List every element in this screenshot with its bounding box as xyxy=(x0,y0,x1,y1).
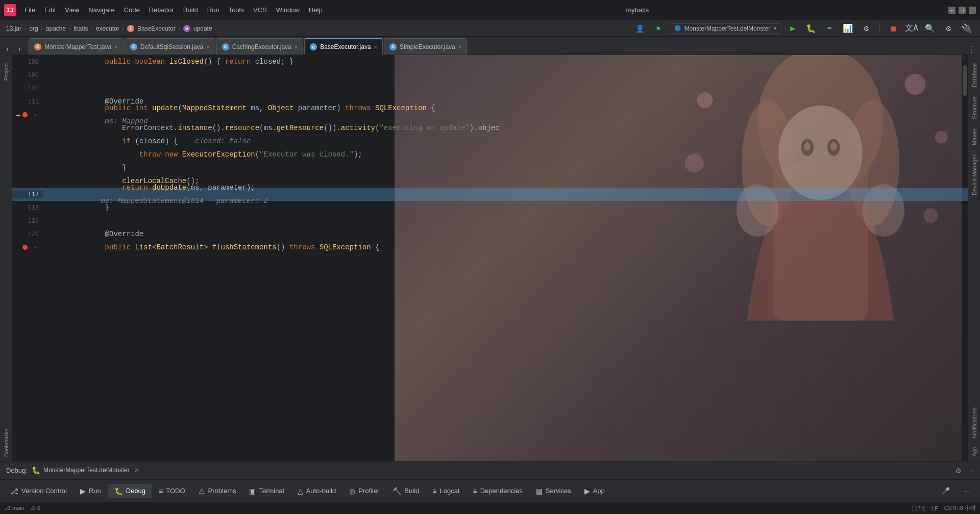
breadcrumb-baseexecutor[interactable]: BaseExecutor xyxy=(137,25,176,32)
menu-build[interactable]: Build xyxy=(179,4,202,16)
fold-121[interactable]: ▾ xyxy=(32,244,39,251)
run-button[interactable]: ▶ xyxy=(786,21,800,36)
tab-overflow-button[interactable]: ⋮ xyxy=(963,44,980,55)
bottom-tab-todo-label: TODO xyxy=(166,487,185,495)
menu-code[interactable]: Code xyxy=(120,4,144,16)
menu-refactor[interactable]: Refactor xyxy=(145,4,178,16)
breakpoint-121[interactable] xyxy=(22,245,28,250)
minimize-button[interactable]: — xyxy=(948,7,955,14)
bottom-more-button[interactable]: ··· xyxy=(958,484,976,498)
tab-icon-3: C xyxy=(310,43,317,50)
bottom-tab-version-control[interactable]: ⎇ Version Control xyxy=(4,484,73,498)
tab-defaultsqlsession[interactable]: C DefaultSqlSession.java × xyxy=(125,38,215,55)
run-icon: ▶ xyxy=(80,487,86,495)
tab-close-2[interactable]: × xyxy=(295,44,298,50)
debug-run-button[interactable]: 🐛 xyxy=(804,21,818,36)
bottom-tab-debug[interactable]: 🐛 Debug xyxy=(108,484,152,498)
bottom-tab-todo[interactable]: ≡ TODO xyxy=(153,484,191,498)
tab-monstermapertest[interactable]: C MonsterMapperTest.java × xyxy=(29,38,124,55)
right-tab-device-manager[interactable]: Device Manager xyxy=(969,150,979,199)
close-button[interactable]: ✕ xyxy=(969,7,976,14)
tab-close-4[interactable]: × xyxy=(458,44,461,50)
stop-button[interactable]: ■ xyxy=(886,21,900,36)
menu-tools[interactable]: Tools xyxy=(225,4,248,16)
tab-baseexecutor[interactable]: C BaseExecutor.java × xyxy=(304,38,383,55)
debug-label: Debug: xyxy=(6,467,28,474)
menu-view[interactable]: View xyxy=(61,4,83,16)
status-charset[interactable]: CS7F:8 小时 xyxy=(944,504,976,512)
settings-run-button[interactable]: ⚙ xyxy=(859,21,873,36)
right-tab-notifications[interactable]: Notifications xyxy=(969,403,979,442)
menu-window[interactable]: Window xyxy=(272,4,304,16)
bottom-tab-run[interactable]: ▶ Run xyxy=(74,484,107,498)
tab-label-1: DefaultSqlSession.java xyxy=(140,43,203,50)
breadcrumb-apache[interactable]: apache xyxy=(46,25,66,32)
code-line-117-highlighted: 117 return doUpdate(ms, parameter); ms: … xyxy=(12,188,968,201)
tab-close-1[interactable]: × xyxy=(206,44,209,50)
profile-run-button[interactable]: 📊 xyxy=(841,21,855,36)
bottom-tab-app[interactable]: ▶ App xyxy=(578,484,611,498)
debug-config-label[interactable]: MonsterMapperTest.delMonster xyxy=(43,467,130,474)
problems-icon: ⚠ xyxy=(199,487,205,495)
vcs-button[interactable]: ⚑ xyxy=(651,21,666,36)
status-git[interactable]: ⎇ main xyxy=(4,505,24,511)
search-button[interactable]: 🔍 xyxy=(923,21,937,36)
menu-edit[interactable]: Edit xyxy=(40,4,60,16)
status-warnings[interactable]: ⚠ 0 xyxy=(31,505,40,511)
debug-config-close[interactable]: × xyxy=(135,466,139,474)
gear-button[interactable]: ⚙ xyxy=(941,21,955,36)
bottom-tab-profiler[interactable]: ◎ Profiler xyxy=(343,484,385,498)
breadcrumb-jar[interactable]: 13.jar xyxy=(6,25,21,32)
profile-button[interactable]: 👤 xyxy=(633,21,647,36)
tab-icon-1: C xyxy=(130,43,137,50)
tab-simpleexecutor[interactable]: C SimpleExecutor.java × xyxy=(384,38,467,55)
breadcrumb-ibatis[interactable]: ibatis xyxy=(74,25,88,32)
coverage-button[interactable]: ☂ xyxy=(822,21,837,36)
run-config-selector[interactable]: 🔵 MonsterMapperTest.delMonster ▾ xyxy=(670,23,781,34)
menu-vcs[interactable]: VCS xyxy=(249,4,271,16)
right-tab-maven[interactable]: Maven xyxy=(969,124,979,149)
bottom-tab-problems[interactable]: ⚠ Problems xyxy=(192,484,242,498)
fold-111[interactable] xyxy=(18,98,26,105)
bottom-tab-services[interactable]: ▤ Services xyxy=(530,484,577,498)
menu-file[interactable]: File xyxy=(20,4,39,16)
tab-icon-2: C xyxy=(222,43,229,50)
breadcrumb-executor[interactable]: executor xyxy=(96,25,119,32)
tab-cachingexecutor[interactable]: C CachingExecutor.java × xyxy=(216,38,304,55)
debug-minimize-button[interactable]: — xyxy=(969,466,974,475)
menu-run[interactable]: Run xyxy=(203,4,224,16)
line-nav-up[interactable]: ⬆ xyxy=(2,44,12,55)
right-tab-structure[interactable]: Structure xyxy=(969,92,979,123)
right-tab-database[interactable]: Database xyxy=(969,59,979,91)
bottom-tab-dependencies[interactable]: ≡ Dependencies xyxy=(467,484,528,498)
breadcrumb-org[interactable]: org xyxy=(29,25,38,32)
left-tab-project[interactable]: Project xyxy=(1,59,11,85)
tab-close-3[interactable]: × xyxy=(374,44,377,50)
right-tab-app[interactable]: App xyxy=(969,443,979,461)
line-nav-down[interactable]: ⬇ xyxy=(14,44,24,55)
mic-icon: 🎤 xyxy=(942,487,950,495)
bottom-tab-terminal[interactable]: ▣ Terminal xyxy=(243,484,290,498)
fold-108[interactable] xyxy=(18,58,26,65)
bottom-tab-terminal-label: Terminal xyxy=(259,487,284,495)
translate-button[interactable]: 文A xyxy=(904,21,919,36)
menu-help[interactable]: Help xyxy=(305,4,327,16)
separator xyxy=(879,23,880,34)
left-tab-bookmarks[interactable]: Bookmarks xyxy=(1,425,11,461)
debug-settings-button[interactable]: ⚙ xyxy=(956,466,961,475)
bottom-tab-logcat[interactable]: ≡ Logcat xyxy=(426,484,465,498)
breakpoint-112[interactable] xyxy=(22,112,28,117)
tab-close-0[interactable]: × xyxy=(114,44,117,50)
fold-112[interactable]: ▾ xyxy=(32,111,39,118)
plugins-button[interactable]: 🔌 xyxy=(960,21,974,36)
breadcrumb-update[interactable]: update xyxy=(193,25,212,32)
maximize-button[interactable]: □ xyxy=(959,7,966,14)
bottom-tab-build[interactable]: 🔨 Build xyxy=(386,484,425,498)
editor-area: Project Bookmarks xyxy=(0,55,980,461)
bottom-mic-button[interactable]: 🎤 xyxy=(936,484,956,498)
menu-navigate[interactable]: Navigate xyxy=(84,4,118,16)
status-encoding[interactable]: LF xyxy=(932,505,938,511)
status-position[interactable]: 117:1 xyxy=(911,505,925,511)
code-editor[interactable]: 108 public boolean isClosed() { return c… xyxy=(12,55,968,461)
bottom-tab-autobuild[interactable]: △ Auto-build xyxy=(291,484,342,498)
